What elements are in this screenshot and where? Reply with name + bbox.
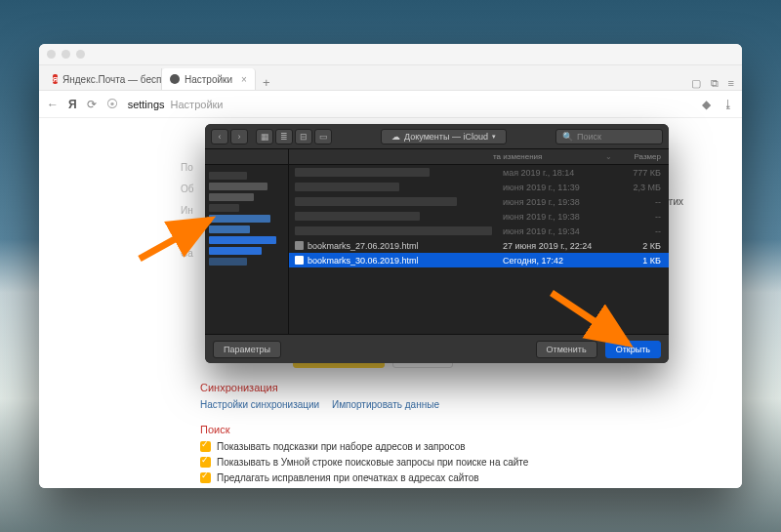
nav-back-icon[interactable]: ‹: [211, 129, 228, 144]
check-label: Предлагать исправления при опечатках в а…: [217, 472, 479, 483]
gear-favicon: [170, 74, 180, 84]
address-bar: ← Я ⟳ ⦿ settings Настройки ◆ ⭳: [39, 91, 742, 118]
cloud-icon: ☁: [391, 132, 400, 142]
file-size: --: [615, 226, 669, 236]
file-row[interactable]: июня 2019 г., 11:392,3 МБ: [289, 180, 669, 194]
checkbox[interactable]: [200, 457, 211, 468]
import-data-link[interactable]: Импортировать данные: [332, 399, 439, 410]
url-display[interactable]: settings Настройки: [128, 99, 224, 110]
tab-strip: Я Яндекс.Почта — беспла Настройки × + ▢ …: [39, 65, 742, 91]
dialog-path[interactable]: ☁ Документы — iCloud ▾: [381, 129, 507, 144]
file-row[interactable]: мая 2019 г., 18:14777 КБ: [289, 165, 669, 180]
file-row[interactable]: bookmarks_30.06.2019.htmlСегодня, 17:421…: [289, 253, 669, 267]
dialog-toolbar: ‹ › ▦ ≣ ⊟ ▭ ☁ Документы — iCloud ▾ 🔍 Пои…: [205, 124, 669, 149]
column-date[interactable]: та изменения: [493, 152, 605, 161]
view-gallery-icon[interactable]: ▭: [314, 129, 332, 144]
sync-settings-link[interactable]: Настройки синхронизации: [200, 399, 319, 410]
lock-icon: ⦿: [106, 98, 118, 111]
view-list-icon[interactable]: ≣: [275, 129, 293, 144]
file-date: 27 июня 2019 г., 22:24: [503, 241, 615, 251]
check-label: Показывать подсказки при наборе адресов …: [217, 441, 466, 452]
options-button[interactable]: Параметры: [213, 341, 281, 358]
annotation-arrow: [140, 210, 227, 272]
nav-forward-icon[interactable]: ›: [230, 129, 248, 144]
window-titlebar: [39, 44, 742, 65]
file-row[interactable]: bookmarks_27.06.2019.html27 июня 2019 г.…: [289, 238, 669, 253]
column-size[interactable]: Размер: [615, 152, 669, 161]
annotation-arrow: [552, 293, 644, 365]
checkbox[interactable]: [200, 441, 211, 452]
new-tab-button[interactable]: +: [256, 75, 277, 90]
svg-line-0: [140, 220, 210, 259]
yandex-icon[interactable]: Я: [68, 98, 77, 111]
window-controls-icon[interactable]: ⧉: [711, 77, 719, 90]
file-name: bookmarks_27.06.2019.html: [308, 241, 419, 251]
traffic-lights[interactable]: [47, 50, 85, 59]
file-date: июня 2019 г., 19:38: [503, 212, 615, 222]
tab-yandex-mail[interactable]: Я Яндекс.Почта — беспла: [45, 68, 162, 90]
checkbox[interactable]: [200, 472, 211, 483]
tab-label: Яндекс.Почта — беспла: [62, 74, 162, 85]
file-row[interactable]: июня 2019 г., 19:38--: [289, 194, 669, 209]
close-tab-icon[interactable]: ×: [241, 74, 247, 85]
sidebar-toggle-icon[interactable]: ▢: [691, 77, 701, 90]
dialog-search[interactable]: 🔍 Поиск: [555, 129, 663, 144]
file-date: июня 2019 г., 11:39: [503, 183, 615, 192]
yandex-favicon: Я: [53, 74, 58, 84]
file-size: 2 КБ: [615, 241, 669, 251]
tab-label: Настройки: [185, 74, 232, 85]
file-icon: [295, 256, 304, 265]
file-size: --: [615, 197, 669, 207]
file-date: июня 2019 г., 19:38: [503, 197, 615, 207]
browser-window: Я Яндекс.Почта — беспла Настройки × + ▢ …: [39, 44, 742, 488]
file-size: 777 КБ: [615, 168, 669, 178]
tab-settings[interactable]: Настройки ×: [162, 68, 256, 90]
file-size: 2,3 МБ: [615, 183, 669, 192]
check-label: Показывать в Умной строке поисковые запр…: [217, 457, 528, 468]
file-size: 1 КБ: [615, 256, 669, 266]
file-name: bookmarks_30.06.2019.html: [308, 256, 419, 266]
search-section-title: Поиск: [200, 424, 581, 435]
view-columns-icon[interactable]: ⊟: [295, 129, 312, 144]
view-icons-icon[interactable]: ▦: [256, 129, 273, 144]
chevron-down-icon: ▾: [492, 133, 496, 141]
search-icon: 🔍: [562, 132, 573, 142]
file-date: Сегодня, 17:42: [503, 256, 615, 266]
menu-icon[interactable]: ≡: [728, 77, 734, 90]
file-row[interactable]: июня 2019 г., 19:34--: [289, 224, 669, 238]
extension-icon[interactable]: ◆: [702, 98, 711, 111]
reload-icon[interactable]: ⟳: [87, 98, 97, 111]
file-row[interactable]: июня 2019 г., 19:38--: [289, 209, 669, 224]
file-size: --: [615, 212, 669, 222]
file-icon: [295, 241, 304, 250]
downloads-icon[interactable]: ⭳: [722, 98, 734, 111]
file-date: мая 2019 г., 18:14: [503, 168, 615, 178]
sync-section-title: Синхронизация: [200, 382, 581, 393]
back-icon[interactable]: ←: [47, 98, 59, 111]
svg-line-1: [552, 293, 628, 344]
file-date: июня 2019 г., 19:34: [503, 226, 615, 236]
